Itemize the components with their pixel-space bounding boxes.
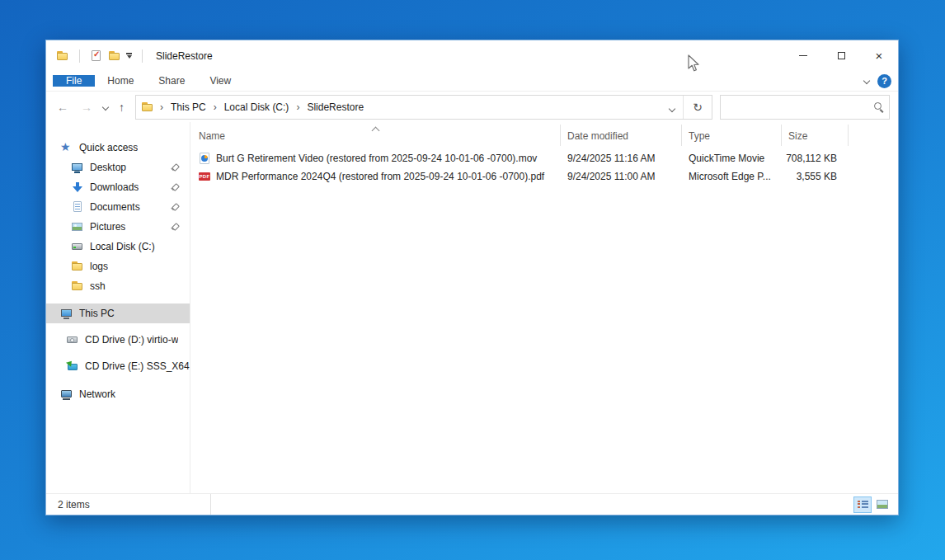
file-date-modified: 9/24/2025 11:00 AM (561, 171, 682, 182)
toolbar-divider (142, 49, 143, 63)
new-folder-icon[interactable] (108, 49, 121, 63)
column-header[interactable]: Name (192, 125, 561, 146)
navigation-buttons: ← → ↑ (46, 101, 135, 114)
sidebar-item-label: Documents (90, 201, 140, 213)
breadcrumb-separator-icon: › (208, 101, 223, 113)
customize-toolbar-dropdown-icon[interactable] (126, 53, 132, 59)
forward-button[interactable]: → (79, 101, 94, 114)
refresh-button[interactable]: ↻ (683, 96, 712, 119)
breadcrumb-link[interactable]: Local Disk (C:) (223, 101, 291, 113)
pc-icon (60, 307, 73, 320)
column-header[interactable]: Date modified (561, 125, 682, 146)
file-date-modified: 9/24/2025 11:16 AM (561, 153, 682, 164)
search-box (720, 95, 890, 120)
content-area: Quick access Desktop Downloads (46, 122, 898, 494)
sidebar-item-label: ssh (90, 280, 106, 292)
sidebar-item-label: Desktop (90, 162, 126, 173)
ribbon-tab[interactable]: Home (95, 75, 146, 87)
desktop-background: SlideRestore × File Home Share View (0, 0, 945, 560)
ribbon-tab[interactable]: View (197, 75, 243, 87)
sidebar-item[interactable]: CD Drive (D:) virtio-w (46, 330, 190, 350)
pin-icon[interactable] (170, 203, 179, 212)
maximize-button[interactable] (822, 40, 860, 71)
breadcrumb-link[interactable]: This PC (169, 101, 208, 113)
star-icon (60, 141, 73, 154)
sidebar-item[interactable]: Documents (46, 197, 190, 217)
history-dropdown-chevron-icon[interactable] (102, 104, 109, 111)
sidebar-item-label: CD Drive (D:) virtio-w (85, 334, 178, 346)
sidebar-item-label: logs (90, 261, 108, 272)
pin-icon[interactable] (170, 223, 179, 232)
window-controls: × (784, 40, 898, 71)
item-count: 2 items (46, 494, 211, 515)
properties-check-icon[interactable] (90, 49, 103, 63)
sidebar-item[interactable]: CD Drive (E:) SSS_X64 (46, 356, 190, 376)
sidebar-item-label: Local Disk (C:) (90, 241, 155, 252)
sidebar-item-label: Network (79, 388, 115, 400)
sidebar-item[interactable]: ssh (46, 276, 190, 296)
pane-divider[interactable] (190, 122, 190, 494)
breadcrumb: › This PC › Local Disk (C:) › SlideResto… (154, 96, 365, 119)
up-button[interactable]: ↑ (117, 101, 126, 114)
column-header[interactable]: Type (682, 125, 782, 146)
folder-icon (71, 260, 84, 273)
net-icon (60, 388, 73, 401)
pin-icon[interactable] (170, 163, 179, 172)
ribbon-right-controls: ? (864, 71, 898, 91)
file-size: 3,555 KB (782, 171, 849, 182)
close-button[interactable]: × (860, 40, 898, 71)
sidebar-item[interactable]: Local Disk (C:) (46, 237, 190, 256)
ribbon-collapse-chevron-icon[interactable] (863, 78, 870, 84)
file-row[interactable]: Burt G Retirement Video (restored from 2… (192, 149, 898, 167)
ribbon-tab[interactable]: File (53, 75, 95, 87)
doc-icon (71, 200, 84, 214)
sidebar-item-label: This PC (79, 308, 115, 319)
minimize-button[interactable] (784, 40, 822, 71)
pin-icon[interactable] (170, 183, 179, 192)
view-toggle-buttons (853, 496, 898, 513)
cd-icon (66, 333, 79, 346)
address-dropdown-button[interactable] (661, 101, 683, 114)
details-view-icon (858, 500, 868, 509)
window-title: SlideRestore (156, 50, 213, 62)
down-icon (71, 181, 84, 194)
back-button[interactable]: ← (55, 101, 70, 114)
folder-icon (71, 280, 84, 293)
sidebar-item[interactable]: Network (46, 384, 190, 404)
breadcrumb-item: › SlideRestore (290, 96, 365, 119)
file-row[interactable]: MDR Performance 2024Q4 (restored from 20… (192, 167, 898, 186)
breadcrumb-link[interactable]: SlideRestore (305, 101, 365, 113)
ribbon-tabs: File Home Share View (46, 71, 243, 91)
file-type: QuickTime Movie (682, 153, 782, 164)
file-name: Burt G Retirement Video (restored from 2… (216, 153, 561, 164)
ribbon-tab[interactable]: Share (146, 75, 197, 87)
details-view-button[interactable] (853, 496, 872, 513)
thumbnail-view-button[interactable] (873, 496, 891, 513)
pdf-icon (198, 170, 211, 183)
pic-icon (71, 220, 84, 233)
cdg-icon (66, 360, 79, 373)
mov-icon (198, 152, 211, 165)
address-bar[interactable]: › This PC › Local Disk (C:) › SlideResto… (135, 95, 712, 120)
navigation-pane: Quick access Desktop Downloads (46, 122, 190, 494)
search-input[interactable] (721, 101, 872, 113)
sidebar-item[interactable]: Downloads (46, 177, 190, 197)
sidebar-item[interactable]: Desktop (46, 158, 190, 177)
desktop-icon (71, 161, 84, 174)
sidebar-item-label: CD Drive (E:) SSS_X64 (85, 360, 190, 372)
sidebar-item[interactable]: Quick access (46, 138, 190, 158)
file-size: 708,112 KB (782, 153, 849, 164)
help-button[interactable]: ? (877, 74, 891, 88)
breadcrumb-folder-icon (141, 101, 154, 114)
sidebar-item[interactable]: Pictures (46, 217, 190, 237)
ribbon-tabs-row: File Home Share View ? (46, 71, 898, 92)
column-header[interactable]: Size (782, 125, 849, 146)
title-bar: SlideRestore × (46, 40, 898, 71)
breadcrumb-separator-icon: › (290, 101, 305, 113)
sidebar-item[interactable]: This PC (46, 304, 190, 323)
breadcrumb-item: › This PC (154, 96, 208, 119)
status-bar: 2 items (46, 493, 898, 515)
breadcrumb-item: › Local Disk (C:) (208, 96, 291, 119)
toolbar-divider (79, 49, 80, 63)
sidebar-item[interactable]: logs (46, 256, 190, 276)
